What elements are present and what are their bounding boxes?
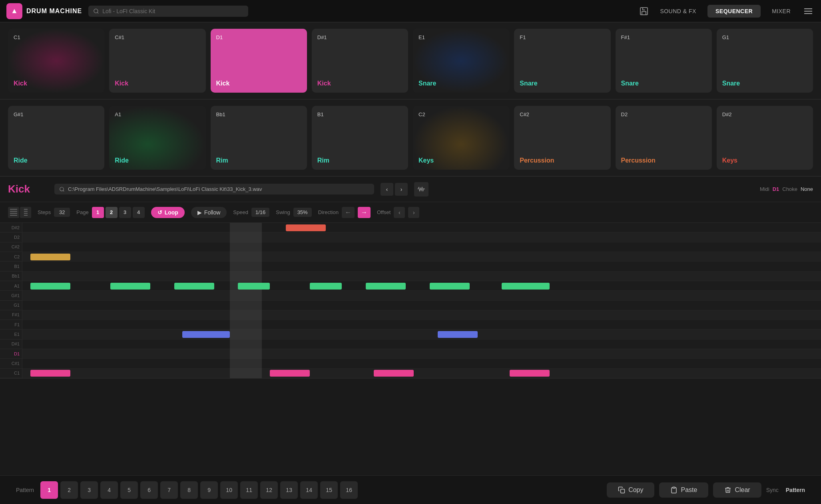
pad-ds2[interactable]: D#2 Keys	[717, 106, 813, 170]
pad-c1[interactable]: C1 Kick	[8, 29, 104, 93]
pad-b1[interactable]: B1 Rim	[312, 106, 408, 170]
key-d1[interactable]: D1	[0, 349, 22, 359]
roll-note[interactable]	[502, 283, 550, 290]
next-file-button[interactable]: ›	[395, 183, 408, 196]
page-btn-1[interactable]: 1	[92, 207, 104, 218]
pad-d2[interactable]: D2 Percussion	[616, 106, 712, 170]
roll-note[interactable]	[30, 370, 70, 377]
kit-search-input[interactable]	[102, 8, 243, 14]
kit-search[interactable]	[88, 6, 248, 17]
follow-button[interactable]: ▶ Follow	[191, 207, 227, 218]
pattern-btn-3[interactable]: 3	[80, 481, 98, 499]
roll-row[interactable]	[22, 339, 821, 349]
waveform-button[interactable]	[414, 182, 428, 196]
roll-note[interactable]	[366, 283, 406, 290]
direction-right-button[interactable]: →	[358, 207, 371, 218]
key-cs1[interactable]: C#1	[0, 359, 22, 368]
pad-fs1[interactable]: F#1 Snare	[616, 29, 712, 93]
loop-button[interactable]: ↺ Loop	[151, 207, 185, 218]
roll-row[interactable]	[22, 329, 821, 339]
pad-cs1[interactable]: C#1 Kick	[109, 29, 205, 93]
roll-note[interactable]	[30, 254, 70, 260]
page-btn-2[interactable]: 2	[106, 207, 118, 218]
pattern-btn-12[interactable]: 12	[260, 481, 278, 499]
roll-note[interactable]	[286, 224, 326, 231]
copy-button[interactable]: Copy	[607, 482, 654, 498]
pad-e1[interactable]: E1 Snare	[413, 29, 509, 93]
roll-note[interactable]	[510, 370, 550, 377]
pattern-btn-13[interactable]: 13	[280, 481, 298, 499]
roll-row[interactable]	[22, 310, 821, 320]
key-cs2[interactable]: C#2	[0, 242, 22, 252]
pattern-btn-16[interactable]: 16	[340, 481, 358, 499]
key-d2[interactable]: D2	[0, 232, 22, 242]
pad-d1[interactable]: D1 Kick	[211, 29, 307, 93]
roll-row[interactable]	[22, 252, 821, 262]
pattern-btn-7[interactable]: 7	[160, 481, 178, 499]
nav-mixer[interactable]: MIXER	[764, 5, 799, 18]
roll-row[interactable]	[22, 369, 821, 378]
page-btn-3[interactable]: 3	[119, 207, 131, 218]
key-a1[interactable]: A1	[0, 281, 22, 291]
offset-right-button[interactable]: ›	[408, 207, 419, 218]
grid-narrow-button[interactable]	[20, 207, 31, 218]
pad-bb1[interactable]: Bb1 Rim	[211, 106, 307, 170]
roll-row[interactable]	[22, 301, 821, 310]
key-e1[interactable]: E1	[0, 329, 22, 339]
roll-note[interactable]	[110, 283, 150, 290]
roll-note[interactable]	[30, 283, 70, 290]
paste-button[interactable]: Paste	[659, 482, 708, 498]
pad-a1[interactable]: A1 Ride	[109, 106, 205, 170]
roll-row[interactable]	[22, 320, 821, 329]
page-btn-4[interactable]: 4	[133, 207, 145, 218]
pattern-btn-15[interactable]: 15	[320, 481, 338, 499]
pad-gs1[interactable]: G#1 Ride	[8, 106, 104, 170]
roll-row[interactable]	[22, 262, 821, 271]
direction-left-button[interactable]: ←	[342, 207, 355, 218]
key-ds2[interactable]: D#2	[0, 223, 22, 232]
clear-button[interactable]: Clear	[713, 482, 761, 498]
pattern-btn-4[interactable]: 4	[100, 481, 118, 499]
roll-row[interactable]	[22, 242, 821, 252]
key-gs1[interactable]: G#1	[0, 291, 22, 300]
roll-row[interactable]	[22, 272, 821, 281]
pattern-btn-1[interactable]: 1	[40, 481, 58, 499]
key-g1[interactable]: G1	[0, 301, 22, 310]
roll-row[interactable]	[22, 349, 821, 359]
key-ds1[interactable]: D#1	[0, 339, 22, 349]
roll-row[interactable]	[22, 223, 821, 232]
nav-sound-fx[interactable]: SOUND & FX	[652, 5, 704, 18]
roll-row[interactable]	[22, 291, 821, 300]
key-fs1[interactable]: F#1	[0, 310, 22, 320]
pad-g1[interactable]: G1 Snare	[717, 29, 813, 93]
pattern-btn-9[interactable]: 9	[200, 481, 218, 499]
roll-grid[interactable]	[22, 223, 821, 378]
roll-note[interactable]	[182, 331, 230, 338]
pattern-btn-2[interactable]: 2	[60, 481, 78, 499]
pad-c2[interactable]: C2 Keys	[413, 106, 509, 170]
nav-sequencer[interactable]: SEQUENCER	[707, 5, 761, 18]
prev-file-button[interactable]: ‹	[381, 183, 393, 196]
pad-cs2[interactable]: C#2 Percussion	[514, 106, 610, 170]
offset-left-button[interactable]: ‹	[394, 207, 405, 218]
pattern-btn-6[interactable]: 6	[140, 481, 158, 499]
roll-note[interactable]	[438, 331, 478, 338]
roll-note[interactable]	[310, 283, 342, 290]
roll-note[interactable]	[374, 370, 414, 377]
key-c2[interactable]: C2	[0, 252, 22, 262]
file-path-bar[interactable]: C:\Program Files\ADSRDrumMachine\Samples…	[54, 184, 374, 194]
hamburger-menu[interactable]	[802, 5, 815, 18]
roll-note[interactable]	[174, 283, 214, 290]
key-c1[interactable]: C1	[0, 369, 22, 378]
roll-note[interactable]	[430, 283, 470, 290]
pattern-btn-5[interactable]: 5	[120, 481, 138, 499]
roll-row[interactable]	[22, 359, 821, 368]
key-f1[interactable]: F1	[0, 320, 22, 329]
roll-note[interactable]	[238, 283, 270, 290]
pad-f1[interactable]: F1 Snare	[514, 29, 610, 93]
pattern-btn-14[interactable]: 14	[300, 481, 318, 499]
pad-ds1[interactable]: D#1 Kick	[312, 29, 408, 93]
key-bb1[interactable]: Bb1	[0, 272, 22, 281]
roll-note[interactable]	[270, 370, 310, 377]
pattern-btn-11[interactable]: 11	[240, 481, 258, 499]
